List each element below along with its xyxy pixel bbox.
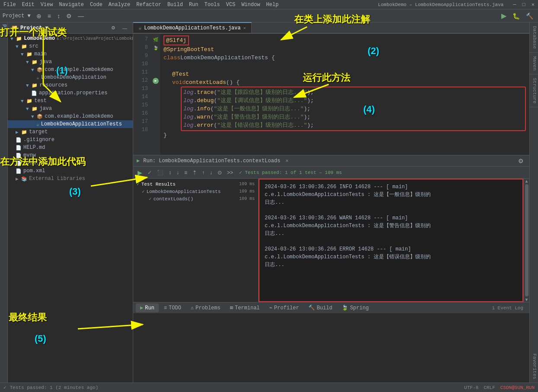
project-panel: 📁 Project ▼ ⚙ — ▼ 📁 LombokDemo E:\Projec… [8, 22, 133, 382]
menu-build[interactable]: Build [167, 2, 183, 8]
menu-window[interactable]: Window [241, 2, 260, 8]
code-line-8: @SpringBootTest [163, 45, 526, 54]
editor-tab-active[interactable]: ☕ LombokDemoApplicationTests.java ✕ [133, 22, 252, 33]
tree-ext-libs[interactable]: ▶ 📚 External Libraries [8, 175, 133, 183]
run-button[interactable]: ▶ [499, 11, 509, 21]
project-settings[interactable]: ⚙ [109, 24, 118, 32]
scroll-up-run[interactable]: ▲ [525, 179, 529, 183]
run-settings-btn[interactable]: ⚙ [516, 157, 526, 165]
menu-refactor[interactable]: Refactor [136, 2, 161, 8]
tree-gitignore[interactable]: 📄 .gitignore [8, 136, 133, 144]
tree-java-test[interactable]: ▼ 📁 java [8, 105, 133, 112]
close-panel-button[interactable]: — [76, 12, 86, 20]
menu-vcs[interactable]: VCS [226, 2, 236, 8]
tree-test-class[interactable]: ☕ LombokDemoApplicationTests [8, 120, 133, 128]
void-keyword: void [172, 78, 186, 87]
error-string: "这是【错误信息】级别的日志..." [217, 121, 307, 129]
tab-terminal[interactable]: ⊞ Terminal [226, 303, 264, 312]
tree-test[interactable]: ▼ 📁 test [8, 97, 133, 105]
collapse-button[interactable]: ↕ [55, 12, 62, 20]
class-name: LombokDemoApplicationTests { [180, 54, 275, 62]
build-label: Build [317, 305, 332, 311]
tab-spring[interactable]: 🍃 Spring [337, 303, 373, 312]
run-close-icon[interactable]: ✕ [285, 157, 288, 164]
tree-pkg-main[interactable]: ▼ 📦 com.example.lombokdemo [8, 66, 133, 74]
project-icon[interactable]: P [1, 24, 7, 27]
event-log-label[interactable]: 1 Event Log [488, 305, 527, 311]
menu-analyze[interactable]: Analyze [109, 2, 130, 8]
target-btn[interactable]: ⊙ [216, 169, 224, 177]
debug-method: debug [197, 96, 214, 105]
collapse-run-btn[interactable]: ⇡ [191, 169, 199, 177]
favorites-panel[interactable]: Favorites [530, 350, 538, 382]
status-linesep[interactable]: CRLF [484, 385, 495, 390]
tree-mvnwcmd[interactable]: 📄 mvnw.cmd [8, 159, 133, 167]
stop-btn[interactable]: ⬛ [155, 169, 165, 177]
gutter-run-12[interactable]: ▶ [153, 78, 159, 84]
class-keyword: class [163, 54, 180, 62]
test-class-item[interactable]: ✓ LombokDemoApplicationTests 109 ms [135, 188, 256, 195]
check-btn[interactable]: ✓ [146, 169, 154, 177]
tree-target[interactable]: ▶ 📁 target [8, 128, 133, 136]
debug-button[interactable]: 🐛 [510, 12, 522, 20]
tree-pkg-test[interactable]: ▼ 📦 com.example.lombokdemo [8, 112, 133, 120]
filter-btn[interactable]: ↓ [175, 169, 181, 177]
tree-helpmd[interactable]: 📄 HELP.md [8, 144, 133, 151]
status-encoding[interactable]: UTF-8 [464, 385, 478, 390]
project-close[interactable]: — [120, 25, 129, 32]
closing-brace: } [163, 131, 167, 139]
tree-src[interactable]: ▼ 📁 src [8, 42, 133, 50]
sort-btn[interactable]: ↕ [167, 169, 173, 177]
context-loads-item[interactable]: ✓ contextLoads() 109 ms [135, 195, 256, 202]
context-loads-label: contextLoads() [154, 196, 193, 202]
sync-button[interactable]: ≡ [45, 12, 53, 20]
more-btn[interactable]: >> [225, 169, 235, 177]
scroll-down-run[interactable]: ▼ [525, 297, 529, 302]
tree-resources[interactable]: ▼ 📁 resources [8, 81, 133, 89]
maven-panel[interactable]: Maven [530, 53, 538, 74]
down-btn[interactable]: ↓ [208, 169, 214, 177]
menu-code[interactable]: Code [90, 2, 102, 8]
pkg-test-icon: ▼ 📦 [31, 114, 43, 119]
tab-profiler[interactable]: ⌁ Profiler [265, 303, 304, 312]
up-btn[interactable]: ↑ [200, 169, 206, 177]
build-button[interactable]: 🔨 [524, 12, 535, 20]
tree-mvnw[interactable]: 📄 mvnw [8, 151, 133, 159]
scroll-thumb-run[interactable] [525, 184, 528, 296]
maximize-btn[interactable]: □ [522, 2, 525, 8]
test-results-root[interactable]: ✓ Test Results 109 ms [135, 180, 256, 188]
tab-problems[interactable]: ⚠ Problems [186, 303, 225, 312]
code-content[interactable]: @Slf4j @SpringBootTest class LombokDemoA… [160, 34, 529, 155]
menu-navigate[interactable]: Navigate [59, 2, 84, 8]
tree-root[interactable]: ▼ 📁 LombokDemo E:\Project\JavaProject\Lo… [8, 35, 133, 42]
close-btn[interactable]: ✕ [532, 1, 535, 8]
structure-panel[interactable]: Structure [530, 74, 538, 107]
tab-run[interactable]: ▶ Run [136, 303, 159, 312]
database-panel[interactable]: Database [530, 22, 538, 53]
menu-file[interactable]: File [3, 2, 16, 8]
run-title: Run: LombokDemoApplicationTests.contextL… [143, 158, 280, 164]
new-button[interactable]: ⊕ [34, 12, 44, 20]
tab-close-icon[interactable]: ✕ [243, 26, 246, 31]
tree-pomxml[interactable]: 📄 pom.xml [8, 167, 133, 175]
tree-app-props[interactable]: 📄 application.properties [8, 89, 133, 97]
tab-build[interactable]: 🔨 Build [304, 303, 336, 312]
settings-button[interactable]: ⚙ [64, 12, 74, 20]
log-line-9: 日志... [265, 261, 517, 269]
tree-main[interactable]: ▼ 📁 main [8, 50, 133, 58]
log-line-4: 2024-03-26 13:00:36.266 WARN 14628 --- [… [265, 214, 517, 222]
resources-icon: ▼ 📁 [26, 83, 38, 88]
menu-view[interactable]: View [41, 2, 53, 8]
tree-app[interactable]: ☕ LombokDemoApplication [8, 74, 133, 81]
menu-edit[interactable]: Edit [22, 2, 35, 8]
bottom-tab-bar: ▶ Run ≡ TODO ⚠ Problems ⊞ Terminal ⌁ Pro… [133, 302, 529, 313]
minimize-btn[interactable]: — [513, 2, 516, 8]
test-status: ✓ Tests passed: 1 of 1 test – 109 ms [239, 170, 342, 175]
menu-help[interactable]: Help [266, 2, 279, 8]
menu-tools[interactable]: Tools [205, 2, 220, 8]
tree-java-main[interactable]: ▼ 📁 java [8, 58, 133, 66]
tab-todo[interactable]: ≡ TODO [160, 304, 186, 312]
rerun-btn[interactable]: ▶ [136, 168, 144, 177]
menu-run[interactable]: Run [189, 2, 199, 8]
expand-btn[interactable]: ≡ [183, 169, 189, 177]
